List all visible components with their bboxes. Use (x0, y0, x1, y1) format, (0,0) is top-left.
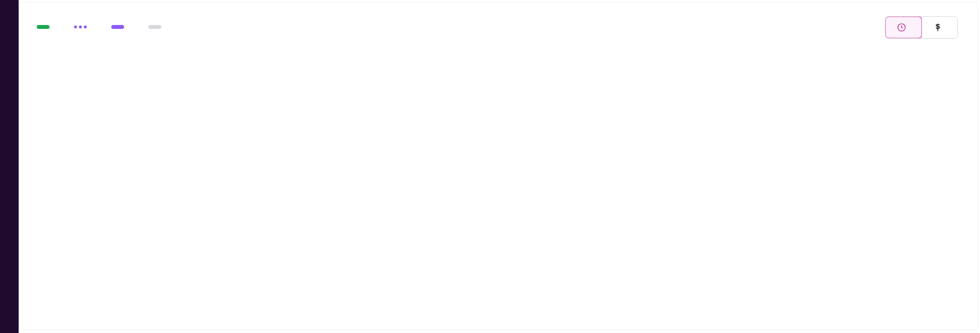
chart-container (37, 39, 958, 320)
swatch-tracked-icon (37, 25, 50, 29)
dollar-icon (933, 23, 943, 32)
forecast-chart (37, 39, 958, 320)
panel-header (37, 16, 958, 39)
legend-item-tracked (37, 25, 54, 29)
swatch-trend-icon (149, 25, 161, 29)
forecast-panel (19, 2, 978, 330)
legend-item-estimate (74, 25, 92, 29)
tab-billing-amounts[interactable] (922, 17, 957, 38)
legend-item-period (111, 25, 129, 29)
swatch-period-icon (111, 25, 124, 29)
view-tabs (885, 16, 958, 39)
legend-item-trend (149, 25, 166, 29)
tab-time-tracking[interactable] (885, 16, 922, 39)
swatch-estimate-icon (74, 25, 87, 29)
header-left (37, 16, 166, 34)
clock-icon (897, 23, 906, 32)
legend (37, 25, 166, 29)
app-sidebar (0, 0, 19, 333)
